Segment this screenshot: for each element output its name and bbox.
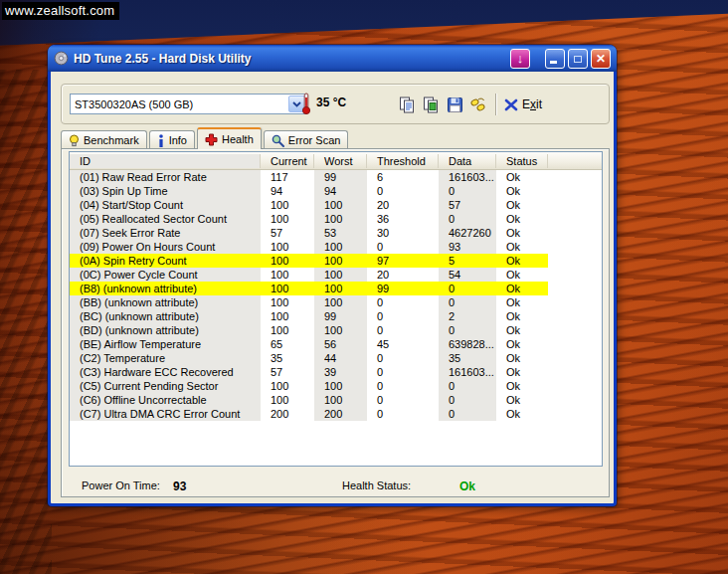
tab-info[interactable]: Info	[149, 130, 195, 149]
cell-current: 100	[261, 198, 314, 212]
cell-filler	[548, 254, 602, 268]
column-header-filler	[548, 152, 602, 169]
cell-current: 100	[261, 212, 314, 226]
cell-data: 0	[439, 379, 496, 393]
table-row[interactable]: (0A) Spin Retry Count 100 100 97 5 Ok	[70, 254, 602, 268]
close-icon: ✕	[596, 52, 606, 66]
table-row[interactable]: (C5) Current Pending Sector 100 100 0 0 …	[70, 379, 602, 393]
cell-threshold: 97	[367, 254, 439, 268]
thermometer-icon	[300, 92, 312, 115]
cell-threshold: 0	[367, 323, 439, 337]
tab-info-label: Info	[169, 134, 187, 146]
exit-x-icon	[504, 98, 518, 111]
column-header-threshold[interactable]: Threshold	[367, 154, 439, 168]
cell-current: 100	[261, 295, 314, 309]
cell-filler	[548, 198, 602, 212]
download-arrow-button[interactable]: ↓	[510, 49, 530, 69]
maximize-icon	[574, 56, 582, 63]
cell-filler	[548, 240, 602, 254]
cell-status: Ok	[496, 170, 548, 184]
cell-filler	[548, 226, 602, 240]
column-header-data[interactable]: Data	[439, 154, 496, 168]
cell-status: Ok	[496, 351, 548, 365]
cell-threshold: 20	[367, 198, 439, 212]
health-summary: Power On Time: 93 Health Status: Ok	[62, 476, 609, 495]
table-row[interactable]: (01) Raw Read Error Rate 117 99 6 161603…	[70, 170, 602, 184]
cell-id: (0A) Spin Retry Count	[70, 254, 261, 268]
column-header-id[interactable]: ID	[70, 154, 261, 168]
table-row[interactable]: (05) Reallocated Sector Count 100 100 36…	[70, 212, 602, 226]
toolbar-separator	[495, 94, 497, 115]
cell-filler	[548, 379, 602, 393]
info-icon	[157, 134, 165, 147]
cell-worst: 100	[314, 393, 367, 407]
cell-threshold: 20	[367, 268, 439, 282]
column-header-status[interactable]: Status	[496, 154, 548, 168]
table-row[interactable]: (B8) (unknown attribute) 100 100 99 0 Ok	[70, 282, 602, 295]
cell-filler	[548, 407, 602, 421]
cell-status: Ok	[496, 282, 548, 295]
close-button[interactable]: ✕	[591, 49, 611, 69]
table-row[interactable]: (07) Seek Error Rate 57 53 30 4627260 Ok	[70, 226, 602, 240]
table-row[interactable]: (09) Power On Hours Count 100 100 0 93 O…	[70, 240, 602, 254]
table-row[interactable]: (C2) Temperature 35 44 0 35 Ok	[70, 351, 602, 365]
cell-threshold: 0	[367, 295, 439, 309]
smart-attributes-table: ID Current Worst Threshold Data Status (…	[69, 151, 603, 467]
cell-id: (BC) (unknown attribute)	[70, 309, 261, 323]
cell-id: (C6) Offline Uncorrectable	[70, 393, 261, 407]
health-status-label: Health Status:	[342, 479, 411, 491]
save-icon	[447, 96, 463, 113]
cell-data: 4627260	[439, 226, 496, 240]
cell-filler	[548, 351, 602, 365]
copy-text-button[interactable]	[395, 93, 419, 116]
save-screenshot-button[interactable]	[443, 93, 466, 116]
cell-status: Ok	[496, 393, 548, 407]
cell-current: 100	[261, 282, 314, 295]
cell-id: (BE) Airflow Temperature	[70, 337, 261, 351]
cell-filler	[548, 184, 602, 198]
column-header-current[interactable]: Current	[261, 154, 314, 168]
table-row[interactable]: (BC) (unknown attribute) 100 99 0 2 Ok	[70, 309, 602, 323]
tab-error-scan[interactable]: Error Scan	[264, 130, 349, 149]
cell-data: 5	[439, 254, 496, 268]
tab-health[interactable]: Health	[197, 127, 262, 149]
down-arrow-icon: ↓	[517, 51, 524, 66]
minimize-icon	[550, 61, 557, 64]
cell-status: Ok	[496, 240, 548, 254]
footprints-icon	[469, 96, 487, 113]
drive-selector[interactable]: ST3500320AS (500 GB)	[70, 94, 307, 114]
exit-button[interactable]: Exit	[504, 97, 542, 111]
table-row[interactable]: (03) Spin Up Time 94 94 0 0 Ok	[70, 184, 602, 198]
maximize-button[interactable]	[568, 49, 588, 69]
tab-benchmark[interactable]: Benchmark	[61, 130, 147, 149]
cell-id: (05) Reallocated Sector Count	[70, 212, 261, 226]
table-row[interactable]: (C7) Ultra DMA CRC Error Count 200 200 0…	[70, 407, 602, 421]
cell-data: 54	[439, 268, 496, 282]
health-cross-icon	[205, 133, 218, 146]
cell-id: (BD) (unknown attribute)	[70, 323, 261, 337]
cell-worst: 100	[314, 212, 367, 226]
table-row[interactable]: (0C) Power Cycle Count 100 100 20 54 Ok	[70, 268, 602, 282]
cell-id: (BB) (unknown attribute)	[70, 295, 261, 309]
footprints-button[interactable]	[466, 93, 490, 116]
magnifier-icon	[272, 134, 284, 147]
cell-filler	[548, 309, 602, 323]
table-row[interactable]: (BB) (unknown attribute) 100 100 0 0 Ok	[70, 295, 602, 309]
table-row[interactable]: (C3) Hardware ECC Recovered 57 39 0 1616…	[70, 365, 602, 379]
cell-filler	[548, 295, 602, 309]
cell-status: Ok	[496, 198, 548, 212]
dune-ripples	[0, 70, 52, 574]
column-header-worst[interactable]: Worst	[314, 154, 367, 168]
table-row[interactable]: (C6) Offline Uncorrectable 100 100 0 0 O…	[70, 393, 602, 407]
cell-id: (C3) Hardware ECC Recovered	[70, 365, 261, 379]
copy-image-button[interactable]	[419, 93, 443, 116]
titlebar[interactable]: HD Tune 2.55 - Hard Disk Utility ↓ ✕	[48, 45, 617, 72]
copy-text-icon	[399, 96, 416, 113]
minimize-button[interactable]	[545, 49, 565, 69]
table-row[interactable]: (BD) (unknown attribute) 100 100 0 0 Ok	[70, 323, 602, 337]
cell-id: (B8) (unknown attribute)	[70, 282, 261, 295]
table-row[interactable]: (BE) Airflow Temperature 65 56 45 639828…	[70, 337, 602, 351]
table-row[interactable]: (04) Start/Stop Count 100 100 20 57 Ok	[70, 198, 602, 212]
cell-threshold: 6	[367, 170, 439, 184]
cell-threshold: 0	[367, 407, 439, 421]
